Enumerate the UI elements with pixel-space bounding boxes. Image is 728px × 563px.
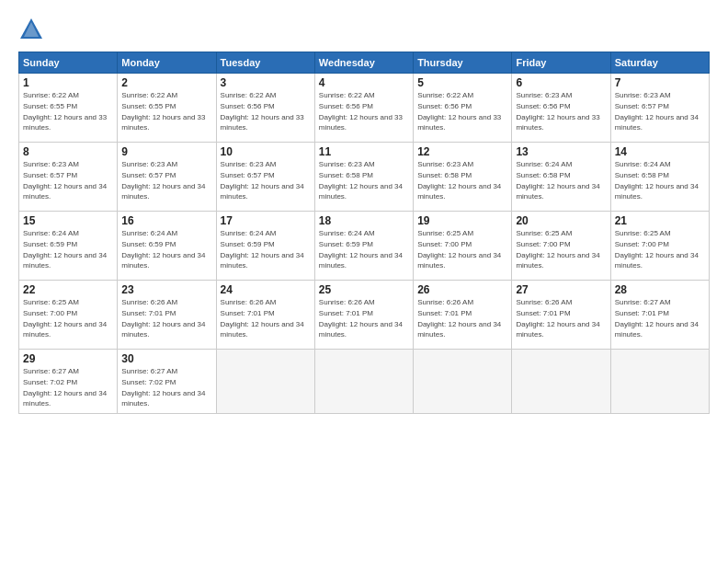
day-cell: 17 Sunrise: 6:24 AMSunset: 6:59 PMDaylig… — [216, 212, 314, 281]
day-cell: 13 Sunrise: 6:24 AMSunset: 6:58 PMDaylig… — [512, 143, 610, 212]
week-row-4: 22 Sunrise: 6:25 AMSunset: 7:00 PMDaylig… — [19, 281, 710, 350]
day-cell: 7 Sunrise: 6:23 AMSunset: 6:57 PMDayligh… — [610, 74, 709, 143]
day-number: 12 — [417, 145, 507, 158]
day-cell: 12 Sunrise: 6:23 AMSunset: 6:58 PMDaylig… — [414, 143, 512, 212]
logo — [18, 17, 48, 42]
day-cell: 24 Sunrise: 6:26 AMSunset: 7:01 PMDaylig… — [216, 281, 314, 350]
day-cell: 10 Sunrise: 6:23 AMSunset: 6:57 PMDaylig… — [216, 143, 314, 212]
week-row-3: 15 Sunrise: 6:24 AMSunset: 6:59 PMDaylig… — [19, 212, 710, 281]
day-number: 25 — [319, 283, 409, 296]
day-number: 16 — [121, 214, 211, 227]
day-cell: 30 Sunrise: 6:27 AMSunset: 7:02 PMDaylig… — [118, 350, 216, 414]
day-info: Sunrise: 6:26 AMSunset: 7:01 PMDaylight:… — [121, 298, 205, 339]
day-cell — [314, 350, 413, 414]
day-number: 6 — [516, 76, 606, 89]
day-cell: 23 Sunrise: 6:26 AMSunset: 7:01 PMDaylig… — [118, 281, 216, 350]
day-cell: 14 Sunrise: 6:24 AMSunset: 6:58 PMDaylig… — [610, 143, 709, 212]
day-info: Sunrise: 6:26 AMSunset: 7:01 PMDaylight:… — [319, 298, 403, 339]
day-cell: 15 Sunrise: 6:24 AMSunset: 6:59 PMDaylig… — [19, 212, 118, 281]
day-cell — [216, 350, 314, 414]
day-number: 7 — [615, 76, 705, 89]
day-info: Sunrise: 6:24 AMSunset: 6:58 PMDaylight:… — [516, 160, 599, 201]
day-info: Sunrise: 6:25 AMSunset: 7:00 PMDaylight:… — [417, 229, 501, 270]
day-cell — [512, 350, 610, 414]
col-header-monday: Monday — [118, 52, 216, 74]
day-number: 29 — [23, 352, 113, 365]
day-number: 28 — [615, 283, 705, 296]
day-info: Sunrise: 6:23 AMSunset: 6:56 PMDaylight:… — [516, 91, 599, 132]
day-cell: 28 Sunrise: 6:27 AMSunset: 7:01 PMDaylig… — [610, 281, 709, 350]
week-row-1: 1 Sunrise: 6:22 AMSunset: 6:55 PMDayligh… — [19, 74, 710, 143]
col-header-sunday: Sunday — [19, 52, 118, 74]
col-header-friday: Friday — [512, 52, 610, 74]
calendar-table: SundayMondayTuesdayWednesdayThursdayFrid… — [18, 52, 710, 414]
day-info: Sunrise: 6:24 AMSunset: 6:58 PMDaylight:… — [615, 160, 699, 201]
week-row-2: 8 Sunrise: 6:23 AMSunset: 6:57 PMDayligh… — [19, 143, 710, 212]
day-number: 11 — [319, 145, 409, 158]
week-row-5: 29 Sunrise: 6:27 AMSunset: 7:02 PMDaylig… — [19, 350, 710, 414]
day-cell: 4 Sunrise: 6:22 AMSunset: 6:56 PMDayligh… — [314, 74, 413, 143]
col-header-thursday: Thursday — [414, 52, 512, 74]
day-info: Sunrise: 6:25 AMSunset: 7:00 PMDaylight:… — [23, 298, 107, 339]
day-cell: 11 Sunrise: 6:23 AMSunset: 6:58 PMDaylig… — [314, 143, 413, 212]
logo-icon — [18, 17, 44, 42]
day-info: Sunrise: 6:25 AMSunset: 7:00 PMDaylight:… — [516, 229, 599, 270]
day-info: Sunrise: 6:26 AMSunset: 7:01 PMDaylight:… — [516, 298, 599, 339]
day-cell: 29 Sunrise: 6:27 AMSunset: 7:02 PMDaylig… — [19, 350, 118, 414]
day-info: Sunrise: 6:22 AMSunset: 6:55 PMDaylight:… — [23, 91, 107, 132]
day-number: 21 — [615, 214, 705, 227]
day-number: 23 — [121, 283, 211, 296]
day-cell: 25 Sunrise: 6:26 AMSunset: 7:01 PMDaylig… — [314, 281, 413, 350]
day-number: 13 — [516, 145, 606, 158]
day-info: Sunrise: 6:23 AMSunset: 6:58 PMDaylight:… — [319, 160, 403, 201]
col-header-wednesday: Wednesday — [314, 52, 413, 74]
page: SundayMondayTuesdayWednesdayThursdayFrid… — [0, 0, 728, 563]
day-number: 27 — [516, 283, 606, 296]
col-header-saturday: Saturday — [610, 52, 709, 74]
day-info: Sunrise: 6:22 AMSunset: 6:56 PMDaylight:… — [221, 91, 304, 132]
day-number: 17 — [221, 214, 311, 227]
day-info: Sunrise: 6:26 AMSunset: 7:01 PMDaylight:… — [417, 298, 501, 339]
day-cell: 9 Sunrise: 6:23 AMSunset: 6:57 PMDayligh… — [118, 143, 216, 212]
day-info: Sunrise: 6:23 AMSunset: 6:57 PMDaylight:… — [23, 160, 107, 201]
day-info: Sunrise: 6:24 AMSunset: 6:59 PMDaylight:… — [121, 229, 205, 270]
day-number: 4 — [319, 76, 409, 89]
day-info: Sunrise: 6:22 AMSunset: 6:56 PMDaylight:… — [319, 91, 403, 132]
header — [18, 17, 710, 42]
day-cell: 2 Sunrise: 6:22 AMSunset: 6:55 PMDayligh… — [118, 74, 216, 143]
day-number: 9 — [121, 145, 211, 158]
day-number: 2 — [121, 76, 211, 89]
day-number: 15 — [23, 214, 113, 227]
day-cell: 5 Sunrise: 6:22 AMSunset: 6:56 PMDayligh… — [414, 74, 512, 143]
day-number: 19 — [417, 214, 507, 227]
day-number: 26 — [417, 283, 507, 296]
day-number: 3 — [221, 76, 311, 89]
day-cell: 3 Sunrise: 6:22 AMSunset: 6:56 PMDayligh… — [216, 74, 314, 143]
day-number: 20 — [516, 214, 606, 227]
day-number: 5 — [417, 76, 507, 89]
day-info: Sunrise: 6:27 AMSunset: 7:02 PMDaylight:… — [121, 367, 205, 408]
day-number: 10 — [221, 145, 311, 158]
day-cell: 18 Sunrise: 6:24 AMSunset: 6:59 PMDaylig… — [314, 212, 413, 281]
day-info: Sunrise: 6:23 AMSunset: 6:57 PMDaylight:… — [615, 91, 699, 132]
day-info: Sunrise: 6:23 AMSunset: 6:57 PMDaylight:… — [121, 160, 205, 201]
day-info: Sunrise: 6:24 AMSunset: 6:59 PMDaylight:… — [221, 229, 304, 270]
day-cell: 21 Sunrise: 6:25 AMSunset: 7:00 PMDaylig… — [610, 212, 709, 281]
day-number: 14 — [615, 145, 705, 158]
day-info: Sunrise: 6:22 AMSunset: 6:55 PMDaylight:… — [121, 91, 205, 132]
day-cell: 16 Sunrise: 6:24 AMSunset: 6:59 PMDaylig… — [118, 212, 216, 281]
day-number: 30 — [121, 352, 211, 365]
day-cell: 26 Sunrise: 6:26 AMSunset: 7:01 PMDaylig… — [414, 281, 512, 350]
day-info: Sunrise: 6:23 AMSunset: 6:57 PMDaylight:… — [221, 160, 304, 201]
day-cell: 22 Sunrise: 6:25 AMSunset: 7:00 PMDaylig… — [19, 281, 118, 350]
day-info: Sunrise: 6:24 AMSunset: 6:59 PMDaylight:… — [23, 229, 107, 270]
day-cell: 19 Sunrise: 6:25 AMSunset: 7:00 PMDaylig… — [414, 212, 512, 281]
day-number: 24 — [221, 283, 311, 296]
header-row: SundayMondayTuesdayWednesdayThursdayFrid… — [19, 52, 710, 74]
day-number: 22 — [23, 283, 113, 296]
day-cell: 6 Sunrise: 6:23 AMSunset: 6:56 PMDayligh… — [512, 74, 610, 143]
day-info: Sunrise: 6:22 AMSunset: 6:56 PMDaylight:… — [417, 91, 501, 132]
day-info: Sunrise: 6:23 AMSunset: 6:58 PMDaylight:… — [417, 160, 501, 201]
day-info: Sunrise: 6:27 AMSunset: 7:02 PMDaylight:… — [23, 367, 107, 408]
day-cell: 1 Sunrise: 6:22 AMSunset: 6:55 PMDayligh… — [19, 74, 118, 143]
